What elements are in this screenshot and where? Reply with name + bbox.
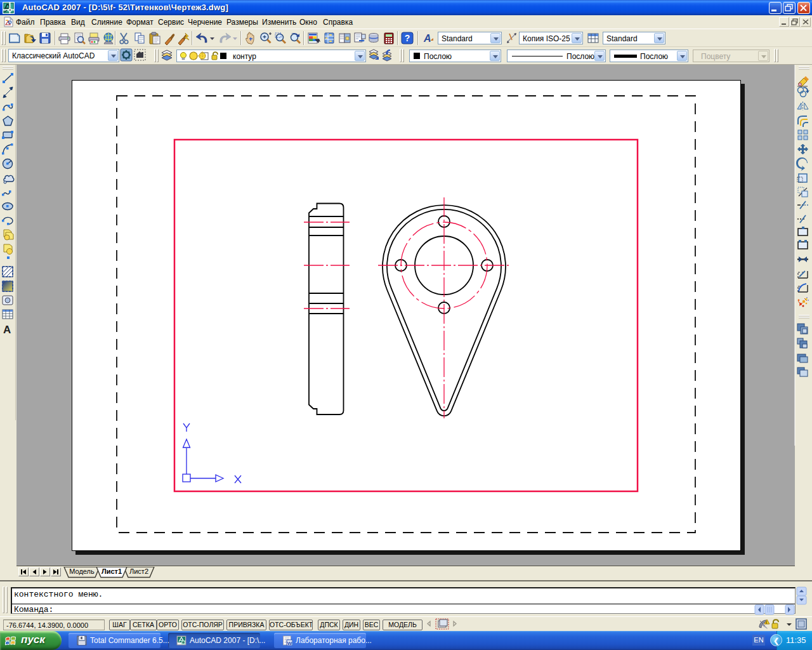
svg-text:?: ? [405,33,410,43]
svg-text:A: A [3,324,11,336]
svg-text:!: ! [766,621,767,625]
svg-text:A: A [423,33,431,44]
svg-text:W: W [287,640,292,646]
